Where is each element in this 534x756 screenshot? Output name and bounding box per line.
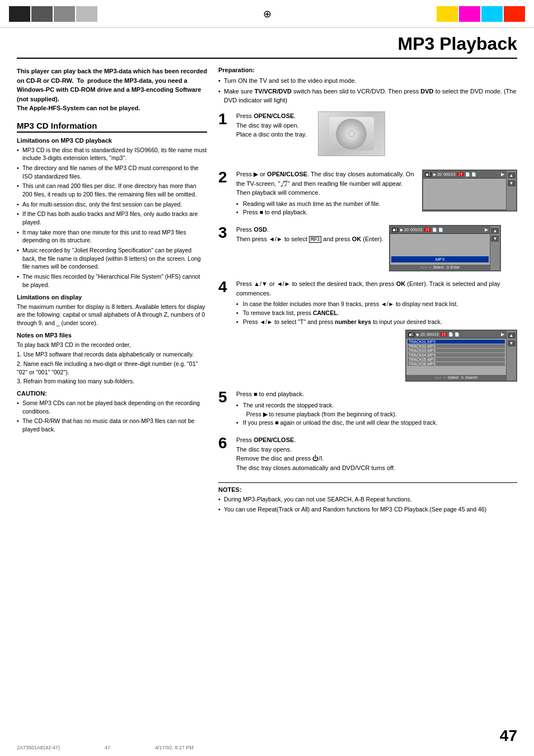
center-crosshair: ⊕	[263, 8, 271, 20]
notes-mp3-intro: To play back MP3 CD in the recorded orde…	[17, 341, 207, 349]
list-item: The unit records the stopped track. Pres…	[236, 401, 517, 419]
step-4-bullets: In case the folder includes more than 9 …	[236, 300, 517, 326]
page-title: MP3 Playback	[17, 34, 517, 59]
step-1-text: Press OPEN/CLOSE. The disc tray will ope…	[236, 111, 307, 139]
color-block-lgray	[76, 6, 97, 22]
step-1: 1 Press OPEN/CLOSE. The disc tray will o…	[218, 111, 517, 162]
list-item: During MP3-Playback, you can not use SEA…	[218, 495, 517, 504]
caution-section: CAUTION: Some MP3 CDs can not be played …	[17, 390, 207, 434]
step-3-text: Press OSD. Then press ◄/► to select MP3 …	[236, 225, 383, 243]
screen-2-mockup: ■1 ▶ 20 000/23 25 📄 📄 ▶	[422, 170, 517, 212]
step-6: 6 Press OPEN/CLOSE. The disc tray opens.…	[218, 435, 517, 475]
list-item: To remove track list, press CANCEL.	[236, 309, 517, 318]
step-5-bullets: The unit records the stopped track. Pres…	[236, 401, 517, 428]
step-2-content: Press ▶ or OPEN/CLOSE. The disc tray clo…	[236, 170, 517, 217]
step-4-content: Press ▲/▼ or ◄/► to select the desired t…	[236, 279, 517, 382]
notes-mp3-title: Notes on MP3 files	[17, 332, 207, 339]
list-item: Turn ON the TV and set to the video inpu…	[218, 77, 517, 85]
list-item: You can use Repeat(Track or All) and Ran…	[218, 505, 517, 514]
step-3: 3 Press OSD. Then press ◄/► to select MP…	[218, 225, 517, 271]
list-item: It may take more than one minute for thi…	[17, 228, 207, 245]
step-4-text: Press ▲/▼ or ◄/► to select the desired t…	[236, 279, 517, 298]
color-blocks-left	[9, 6, 97, 22]
intro-text: This player can play back the MP3-data w…	[17, 67, 207, 113]
notes-mp3-section: Notes on MP3 files To play back MP3 CD i…	[17, 332, 207, 386]
step-1-number: 1	[218, 111, 231, 127]
page-content: MP3 Playback This player can play back t…	[0, 28, 534, 527]
color-block-gray	[54, 6, 75, 22]
list-item: The CD-R/RW that has no music data or no…	[17, 417, 207, 433]
color-block-cyan	[481, 6, 503, 22]
left-column: This player can play back the MP3-data w…	[17, 67, 207, 515]
top-bar: ⊕	[0, 0, 534, 28]
step-2-text: Press ▶ or OPEN/CLOSE. The disc tray clo…	[236, 170, 416, 198]
limitations-display-text: The maximum number for display is 8 lett…	[17, 303, 207, 327]
step-6-text: Press OPEN/CLOSE. The disc tray opens. R…	[236, 435, 517, 472]
step-2-number: 2	[218, 170, 231, 185]
footer-left: 2A73501AE(42-47)	[17, 745, 60, 750]
page-number: 47	[500, 727, 517, 745]
list-item: As for multi-session disc, only the firs…	[17, 200, 207, 209]
screen-3-mockup: ■1 ▶ 20 000/23 25 📄 📄 ▶	[389, 225, 501, 271]
preparation-section: Preparation: Turn ON the TV and set to t…	[218, 67, 517, 105]
list-item: Press ◄/► to select "T" and press number…	[236, 318, 517, 327]
color-block-yellow	[437, 6, 458, 22]
list-item: Make sure TV/VCR/DVD switch has been sli…	[218, 87, 517, 105]
list-item: Some MP3 CDs can not be played back depe…	[17, 399, 207, 415]
list-item: Music recorded by "Joliet Recording Spec…	[17, 246, 207, 271]
steps-container: 1 Press OPEN/CLOSE. The disc tray will o…	[218, 111, 517, 475]
color-block-red	[504, 6, 525, 22]
step-5-text: Press ■ to end playback.	[236, 389, 517, 399]
color-block-black	[9, 6, 30, 22]
page-footer: 2A73501AE(42-47) 47 4/17/02, 8:27 PM	[17, 745, 194, 750]
notes-mp3-item2: 2. Name each file including a two-digit …	[17, 360, 207, 376]
step-5-number: 5	[218, 389, 231, 405]
footer-right: 4/17/02, 8:27 PM	[155, 745, 194, 750]
list-item: If the CD has both audio tracks and MP3 …	[17, 210, 207, 226]
color-blocks-right	[437, 6, 525, 22]
list-item: The music files recorded by "Hierarchica…	[17, 273, 207, 289]
step-6-content: Press OPEN/CLOSE. The disc tray opens. R…	[236, 435, 517, 475]
list-item: The directory and file names of the MP3 …	[17, 164, 207, 180]
step-6-number: 6	[218, 435, 231, 451]
notes-list: During MP3-Playback, you can not use SEA…	[218, 495, 517, 513]
list-item: Reading will take as much time as the nu…	[236, 200, 416, 209]
step-2: 2 Press ▶ or OPEN/CLOSE. The disc tray c…	[218, 170, 517, 217]
screen-4-mockup: ■1 ▶ 20 000/23 25 📄 📄 ▶ TRACK01.MP3	[236, 330, 517, 382]
list-item: If you press ■ again or unload the disc,…	[236, 419, 517, 428]
step-5-content: Press ■ to end playback. The unit record…	[236, 389, 517, 428]
step-4: 4 Press ▲/▼ or ◄/► to select the desired…	[218, 279, 517, 382]
limitations-display-title: Limitations on display	[17, 294, 207, 300]
limitations-display-section: Limitations on display The maximum numbe…	[17, 294, 207, 327]
notes-mp3-item3: 3. Refrain from making too many sub-fold…	[17, 377, 207, 386]
notes-section: NOTES: During MP3-Playback, you can not …	[218, 482, 517, 513]
step-1-content: Press OPEN/CLOSE. The disc tray will ope…	[236, 111, 517, 162]
preparation-list: Turn ON the TV and set to the video inpu…	[218, 77, 517, 105]
mp3-cd-info-title: MP3 CD Information	[17, 121, 207, 133]
preparation-title: Preparation:	[218, 67, 517, 73]
notes-mp3-item1: 1. Use MP3 software that records data al…	[17, 350, 207, 359]
footer-center: 47	[105, 745, 110, 750]
step-3-content: Press OSD. Then press ◄/► to select MP3 …	[236, 225, 517, 271]
caution-list: Some MP3 CDs can not be played back depe…	[17, 399, 207, 434]
list-item: Press ■ to end playback.	[236, 208, 416, 217]
color-block-dark	[31, 6, 53, 22]
caution-title: CAUTION:	[17, 390, 207, 397]
list-item: This unit can read 200 files per disc. I…	[17, 182, 207, 198]
right-column: Preparation: Turn ON the TV and set to t…	[218, 67, 517, 515]
step-3-number: 3	[218, 225, 231, 241]
list-item: In case the folder includes more than 9 …	[236, 300, 517, 309]
step-4-number: 4	[218, 279, 231, 295]
notes-title: NOTES:	[218, 486, 517, 493]
limitations-playback-title: Limitations on MP3 CD playback	[17, 137, 207, 144]
main-content: This player can play back the MP3-data w…	[17, 67, 517, 515]
cd-tray-image	[318, 111, 385, 156]
step-5: 5 Press ■ to end playback. The unit reco…	[218, 389, 517, 428]
list-item: MP3 CD is the disc that is standardized …	[17, 146, 207, 162]
step-2-bullets: Reading will take as much time as the nu…	[236, 200, 416, 218]
limitations-playback-list: MP3 CD is the disc that is standardized …	[17, 146, 207, 289]
color-block-magenta	[459, 6, 480, 22]
